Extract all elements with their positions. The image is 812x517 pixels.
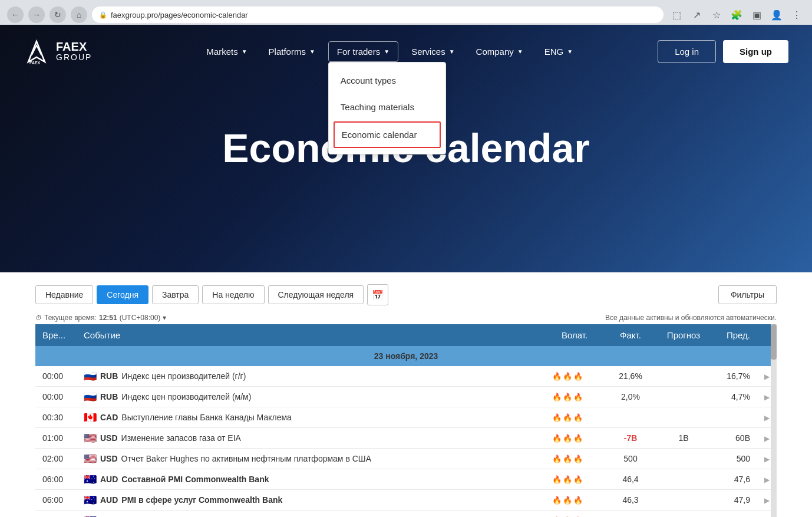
date-row: 23 ноября, 2023 (35, 346, 777, 366)
economic-calendar-table: Вре... Событие Волат. Факт. Прогноз Пред… (35, 324, 777, 517)
forecast-cell (657, 490, 710, 511)
volatility-cell: 🔥🔥🔥 (545, 387, 604, 407)
flame-icon: 🔥 (552, 413, 562, 422)
dropdown-teaching-materials[interactable]: Teaching materials (329, 94, 445, 120)
volatility-cell: 🔥🔥🔥 (545, 449, 604, 469)
table-row: 06:00 🇦🇺 AUD PMI в секторе обрабатывающе… (35, 511, 777, 518)
nav-for-traders[interactable]: For traders ▼ (328, 41, 398, 62)
scrollbar-track[interactable] (771, 324, 777, 517)
scrollbar-thumb[interactable] (771, 324, 777, 360)
home-button[interactable]: ⌂ (71, 6, 87, 23)
fact-cell: 500 (604, 449, 657, 469)
volatility-cell: 🔥🔥🔥 (545, 511, 604, 518)
fact-cell: -7B (604, 428, 657, 449)
event-cell: 🇦🇺 AUD PMI в сфере услуг Commonwealth Ba… (77, 490, 545, 511)
flame-icon: 🔥 (573, 496, 583, 505)
flame-icon: 🔥 (563, 393, 572, 401)
filter-next-week[interactable]: Следующая неделя (268, 285, 364, 304)
currency-code: USD (100, 454, 118, 463)
row-arrow-icon[interactable]: ▶ (764, 414, 770, 422)
menu-btn[interactable]: ⋮ (788, 6, 805, 23)
th-prev: Пред. (710, 324, 757, 346)
th-volatility: Волат. (545, 324, 604, 346)
th-time: Вре... (35, 324, 77, 346)
currency-code: CAD (100, 413, 118, 422)
event-name: Отчет Baker Hughes по активным нефтяным … (121, 454, 371, 463)
signup-button[interactable]: Sign up (723, 40, 788, 63)
address-bar[interactable]: 🔒 faexgroup.pro/pages/economic-calendar (92, 6, 664, 23)
country-flag-cell: 🇦🇺 AUD PMI в сфере услуг Commonwealth Ba… (84, 495, 538, 505)
volatility-cell: 🔥🔥🔥 (545, 407, 604, 428)
share-btn[interactable]: ↗ (688, 6, 705, 23)
nav-platforms[interactable]: Platforms ▼ (260, 42, 324, 61)
filter-today[interactable]: Сегодня (97, 285, 148, 304)
flame-icon: 🔥 (552, 393, 562, 401)
currency-code: RUB (100, 371, 118, 381)
forward-button[interactable]: → (28, 6, 45, 23)
forecast-cell: 1B (657, 428, 710, 449)
row-arrow-icon[interactable]: ▶ (764, 393, 770, 401)
logo-faex: FAEX (56, 40, 92, 53)
forecast-cell (657, 366, 710, 387)
dropdown-economic-calendar[interactable]: Economic calendar (334, 121, 441, 148)
status-bar: ⏱ Текущее время: 12:51 (UTC+08:00) ▾ Все… (35, 311, 777, 324)
logo[interactable]: FAEX GROUP FAEX GROUP (24, 38, 92, 65)
reload-button[interactable]: ↻ (49, 6, 66, 23)
event-cell: 🇺🇸 USD Отчет Baker Hughes по активным не… (77, 449, 545, 469)
nav-lang[interactable]: ENG ▼ (536, 42, 581, 61)
filter-recent[interactable]: Недавние (35, 285, 93, 304)
flame-icon: 🔥 (563, 434, 572, 443)
th-forecast: Прогноз (657, 324, 710, 346)
flame-icon: 🔥 (563, 496, 572, 505)
country-flag-cell: 🇷🇺 RUB Индекс цен производителей (м/м) (84, 392, 538, 401)
nav-company[interactable]: Company ▼ (468, 42, 532, 61)
logo-icon: FAEX GROUP (24, 38, 50, 65)
row-arrow-icon[interactable]: ▶ (764, 434, 770, 443)
volatility-cell: 🔥🔥🔥 (545, 366, 604, 387)
sidebar-btn[interactable]: ▣ (748, 6, 765, 23)
flame-icon: 🔥 (563, 455, 572, 463)
th-event: Событие (77, 324, 545, 346)
volatility-indicator: 🔥🔥🔥 (552, 496, 597, 505)
dropdown-account-types[interactable]: Account types (329, 67, 445, 94)
status-auto-update: Все данные активны и обновляются автомат… (605, 314, 777, 322)
screenshot-btn[interactable]: ⬚ (668, 6, 685, 23)
row-arrow-icon[interactable]: ▶ (764, 476, 770, 484)
prev-cell: 47,6 (710, 469, 757, 490)
calendar-section: Недавние Сегодня Завтра На неделю Следую… (0, 272, 812, 517)
th-fact: Факт. (604, 324, 657, 346)
table-row: 00:00 🇷🇺 RUB Индекс цен производителей (… (35, 387, 777, 407)
country-flag-cell: 🇺🇸 USD Изменение запасов газа от EIA (84, 433, 538, 443)
nav-services[interactable]: Services ▼ (403, 42, 463, 61)
table-row: 01:00 🇺🇸 USD Изменение запасов газа от E… (35, 428, 777, 449)
lang-arrow: ▼ (567, 48, 573, 55)
calendar-picker-button[interactable]: 📅 (367, 284, 388, 305)
table-body: 23 ноября, 2023 00:00 🇷🇺 RUB Индекс цен … (35, 346, 777, 517)
row-arrow-icon[interactable]: ▶ (764, 496, 770, 505)
event-cell: 🇦🇺 AUD Составной PMI Commonwealth Bank (77, 469, 545, 490)
nav-markets[interactable]: Markets ▼ (198, 42, 255, 61)
extensions-btn[interactable]: 🧩 (728, 6, 745, 23)
country-flag: 🇦🇺 (84, 475, 97, 484)
prev-cell: 47,9 (710, 490, 757, 511)
profile-btn[interactable]: 👤 (768, 6, 785, 23)
filter-tomorrow[interactable]: Завтра (152, 285, 199, 304)
row-arrow-icon[interactable]: ▶ (764, 373, 770, 381)
country-flag: 🇷🇺 (84, 372, 97, 381)
navbar: FAEX GROUP FAEX GROUP Markets ▼ Platform… (0, 25, 812, 78)
fact-cell (604, 407, 657, 428)
volatility-indicator: 🔥🔥🔥 (552, 393, 597, 401)
timezone-arrow: ▾ (163, 314, 166, 322)
country-flag-cell: 🇷🇺 RUB Индекс цен производителей (г/г) (84, 371, 538, 381)
login-button[interactable]: Log in (658, 40, 716, 63)
flame-icon: 🔥 (573, 434, 583, 443)
time-cell: 01:00 (35, 428, 77, 449)
bookmark-btn[interactable]: ☆ (708, 6, 725, 23)
flame-icon: 🔥 (573, 455, 583, 463)
forecast-cell (657, 407, 710, 428)
filters-button[interactable]: Фильтры (718, 285, 777, 304)
back-button[interactable]: ← (7, 6, 24, 23)
filter-week[interactable]: На неделю (202, 285, 264, 304)
row-arrow-icon[interactable]: ▶ (764, 455, 770, 463)
table-header: Вре... Событие Волат. Факт. Прогноз Пред… (35, 324, 777, 346)
